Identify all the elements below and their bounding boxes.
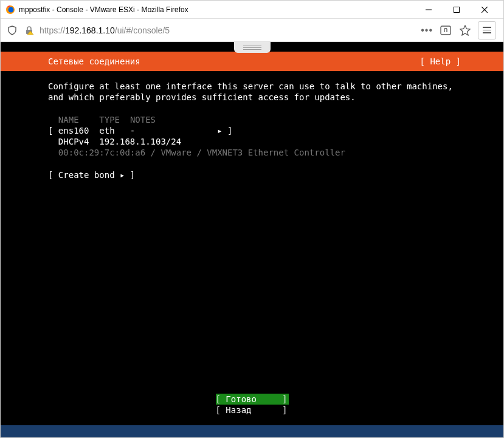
help-button[interactable]: [ Help ] <box>420 56 461 66</box>
window-title: mppostfix - Console - VMware ESXi - Mozi… <box>19 5 415 14</box>
window-controls <box>415 1 499 19</box>
footer-strip <box>1 425 503 437</box>
maximize-button[interactable] <box>443 1 471 19</box>
instruction-line-2: and which preferably provides sufficient… <box>48 92 356 102</box>
mac-row: 00:0c:29:7c:0d:a6 / VMware / VMXNET3 Eth… <box>48 148 345 157</box>
column-headers: NAME TYPE NOTES <box>48 115 156 125</box>
console-body: Configure at least one interface this se… <box>1 71 503 190</box>
done-button[interactable]: [ Готово ] <box>216 394 289 405</box>
console-grip-handle[interactable] <box>234 42 271 53</box>
address-bar: https://192.168.1.10/ui/#/console/5 ••• <box>1 19 503 42</box>
browser-window: mppostfix - Console - VMware ESXi - Mozi… <box>0 0 504 438</box>
close-button[interactable] <box>471 1 499 19</box>
page-content: Сетевые соединения [ Help ] Configure at… <box>1 42 503 437</box>
firefox-icon <box>5 5 15 15</box>
page-title: Сетевые соединения <box>48 56 420 66</box>
url-path: /ui/#/console/5 <box>115 26 170 35</box>
dhcp-row: DHCPv4 192.168.1.103/24 <box>48 137 181 146</box>
titlebar: mppostfix - Console - VMware ESXi - Mozi… <box>1 1 503 19</box>
shield-icon[interactable] <box>5 24 19 37</box>
url-host: 192.168.1.10 <box>65 26 115 35</box>
page-actions-icon[interactable]: ••• <box>421 25 433 36</box>
svg-rect-7 <box>441 26 450 35</box>
minimize-button[interactable] <box>415 1 443 19</box>
instruction-line-1: Configure at least one interface this se… <box>48 81 453 91</box>
nav-buttons: [ Готово ] [ Назад ] <box>1 394 503 416</box>
lock-warning-icon[interactable] <box>22 24 36 37</box>
bookmark-star-icon[interactable] <box>458 24 472 37</box>
back-button[interactable]: [ Назад ] <box>216 405 289 416</box>
url-input[interactable]: https://192.168.1.10/ui/#/console/5 <box>40 24 417 36</box>
create-bond-button[interactable]: [ Create bond ▸ ] <box>48 170 135 180</box>
reader-icon[interactable] <box>439 24 452 37</box>
svg-point-1 <box>9 7 14 12</box>
app-menu-button[interactable] <box>478 21 496 39</box>
svg-rect-3 <box>454 7 460 12</box>
addressbar-actions: ••• <box>421 21 499 39</box>
installer-header: Сетевые соединения [ Help ] <box>1 52 503 71</box>
interface-row[interactable]: [ ens160 eth - ▸ ] <box>48 126 232 135</box>
url-prefix: https:// <box>40 26 65 35</box>
